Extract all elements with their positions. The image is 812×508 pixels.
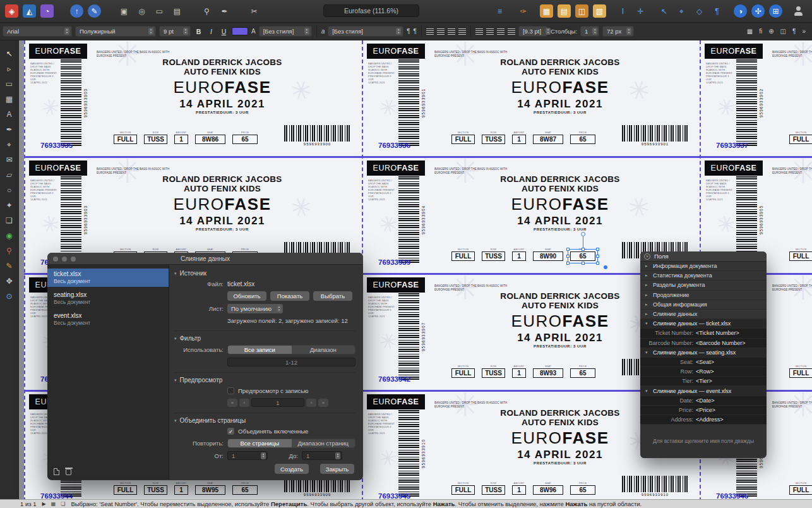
ticket-field-price[interactable]: 65 <box>570 251 595 261</box>
section-preview[interactable]: ▾Предпросмотр <box>174 372 355 384</box>
ticket-field-section[interactable]: FULL <box>114 485 137 495</box>
pencil-tool-icon[interactable]: ✎ <box>3 260 16 272</box>
line-spacing-icon[interactable] <box>475 28 483 35</box>
pin-tool-icon[interactable]: ⚲ <box>3 245 16 257</box>
artistic-text-tool-icon[interactable]: A <box>3 109 16 120</box>
leading-select[interactable]: [9.3 pt] ▲▼ <box>518 26 547 37</box>
ticket-field-row[interactable]: TUSS <box>482 251 505 261</box>
ticket[interactable]: ✳ ✳ ✳ EUROFASE BANGERS UNITED /DROP THE … <box>363 40 700 156</box>
chevron-right-icon[interactable]: ▸ <box>645 302 650 307</box>
from-page-input[interactable]: 1 ▲▼ <box>227 451 268 460</box>
category-информация-документа[interactable]: ▸Информация документа <box>640 262 767 271</box>
remove-source-icon[interactable] <box>66 469 71 475</box>
ticket-field-seat[interactable]: 8W87 <box>533 135 563 144</box>
ticket-field-amount[interactable]: 1 <box>512 368 526 378</box>
stepper-icon[interactable]: ▲▼ <box>304 28 309 35</box>
swatches-panel-icon[interactable]: ▦ <box>540 4 553 18</box>
ticket-field-section[interactable]: FULL <box>451 485 475 495</box>
first-record-icon[interactable]: « <box>227 399 237 407</box>
reverse-paragraph-icon[interactable]: ¶ <box>414 28 417 35</box>
preview-checkbox[interactable] <box>227 387 234 394</box>
chevron-right-icon[interactable]: ▸ <box>645 273 650 278</box>
field-item[interactable]: Ticket Number:<Ticket Number> <box>640 329 767 338</box>
font-weight-select[interactable]: Полужирный ▲▼ <box>75 26 156 37</box>
zoom-window-icon[interactable] <box>71 257 76 262</box>
ticket-field-row[interactable]: TUSS <box>482 368 505 378</box>
show-paragraph-marks-icon[interactable]: ¶ <box>407 28 410 35</box>
stepper-icon[interactable]: ▲▼ <box>335 452 340 459</box>
text-flow-icon[interactable]: ≡ <box>493 4 506 18</box>
table-tool-icon[interactable]: ▦ <box>3 94 16 105</box>
ticket-field-seat[interactable]: 8W96 <box>533 485 563 495</box>
stepper-icon[interactable]: ▲▼ <box>396 28 401 35</box>
stepper-icon[interactable]: ▲▼ <box>626 28 631 35</box>
source-item-seating-xlsx[interactable]: seating.xlsxВесь документ <box>47 289 169 308</box>
align-justify-icon[interactable] <box>458 28 466 35</box>
close-panel-icon[interactable]: × <box>644 253 650 260</box>
assets-panel-icon[interactable]: ◫ <box>575 4 588 18</box>
envelope-tool-icon[interactable]: ✉ <box>3 154 16 166</box>
close-window-icon[interactable] <box>53 257 58 262</box>
section-merge-pages[interactable]: ▾Объединить страницы <box>174 413 355 424</box>
ticket-field-section[interactable]: FULL <box>114 135 137 144</box>
paragraph-icon[interactable]: ¶ <box>710 4 724 18</box>
picture-frame-icon[interactable]: ▣ <box>117 4 131 18</box>
ticket-field-seat[interactable]: 8W95 <box>195 485 225 495</box>
bold-button[interactable]: B <box>194 26 203 37</box>
ticket-field-amount[interactable]: 1 <box>512 485 526 495</box>
stepper-icon[interactable]: ▲▼ <box>592 28 597 35</box>
ticket[interactable]: ✳ ✳ ✳ EUROFASE BANGERS UNITED /DROP THE … <box>701 40 812 156</box>
chevron-down-icon[interactable]: ▾ <box>645 389 650 394</box>
refresh-button[interactable]: Обновить <box>227 291 266 301</box>
ticket-field-amount[interactable]: 1 <box>174 135 188 144</box>
source-item-ticket-xlsx[interactable]: ticket.xlsxВесь документ <box>47 269 169 287</box>
ticket-field-section[interactable]: FULL <box>789 135 812 144</box>
font-family-select[interactable]: Arial ▲▼ <box>3 26 72 37</box>
underline-button[interactable]: U <box>219 26 229 37</box>
ticket-field-price[interactable]: 65 <box>570 368 595 378</box>
ticket-field-price[interactable]: 65 <box>570 135 595 144</box>
stepper-icon[interactable]: ▲▼ <box>183 28 188 35</box>
ticket-field-section[interactable]: FULL <box>451 135 475 144</box>
category-статистика-документа[interactable]: ▸Статистика документа <box>640 271 767 281</box>
field-item[interactable]: Price:<Price> <box>640 406 767 415</box>
field-item[interactable]: Date:<Date> <box>640 396 767 406</box>
fill-color-swatch[interactable] <box>232 27 248 35</box>
segment-диапазон-страниц[interactable]: Диапазон страниц <box>292 439 355 447</box>
field-item[interactable]: Address:<Address> <box>640 415 767 425</box>
ticket-field-section[interactable]: FULL <box>789 485 812 495</box>
preview-icon[interactable]: ❏ <box>61 501 65 507</box>
insert-icon[interactable]: ⊕ <box>768 28 773 35</box>
designer-app-icon[interactable]: ◭ <box>23 4 36 18</box>
transform-icon[interactable]: ◇ <box>693 4 706 18</box>
stepper-icon[interactable]: ▲▼ <box>64 28 69 35</box>
grid-view-icon[interactable]: ▦ <box>51 501 56 507</box>
prev-record-icon[interactable]: ‹ <box>239 399 249 407</box>
play-icon[interactable]: ▶ <box>42 501 46 507</box>
chevron-right-icon[interactable]: ▸ <box>645 282 650 287</box>
ticket-field-seat[interactable]: 8W90 <box>533 251 563 261</box>
merge-included-checkbox[interactable]: ✓ <box>227 428 234 435</box>
create-button[interactable]: Создать <box>275 464 309 474</box>
ticket-field-row[interactable]: TUSS <box>482 485 505 495</box>
rect-frame-icon[interactable]: ▭ <box>153 4 166 18</box>
font-size-select[interactable]: 9 pt ▲▼ <box>159 26 191 37</box>
ellipse-frame-icon[interactable]: ◎ <box>135 4 148 18</box>
ticket-field-price[interactable]: 65 <box>232 485 258 495</box>
color-wheel-icon[interactable]: ◑ <box>734 4 747 18</box>
field-group-слияние-данных-ticket-xlsx[interactable]: ▾Слияние данных — ticket.xlsx <box>640 319 767 329</box>
paragraph-style-select[interactable]: [Без стиля] ▲▼ <box>328 26 403 37</box>
pilcrow-icon[interactable]: ¶ <box>792 28 796 35</box>
bullet-list-icon[interactable] <box>497 28 505 35</box>
chevron-right-icon[interactable]: ▸ <box>645 311 650 317</box>
add-source-icon[interactable] <box>54 468 59 475</box>
category-общая-информация[interactable]: ▸Общая информация <box>640 300 767 310</box>
ellipse-tool-icon[interactable]: ○ <box>3 184 16 196</box>
text-cursor-icon[interactable]: I <box>616 4 630 18</box>
category-продолжение[interactable]: ▸Продолжение <box>640 291 767 300</box>
annotate-icon[interactable]: ✎ <box>88 4 101 18</box>
zoom-tool-icon[interactable]: ⊙ <box>3 291 16 302</box>
ticket-field-section[interactable]: FULL <box>789 368 812 378</box>
source-item-event-xlsx[interactable]: event.xlsxВесь документ <box>47 310 169 329</box>
node-icon[interactable]: ⌖ <box>675 4 688 18</box>
